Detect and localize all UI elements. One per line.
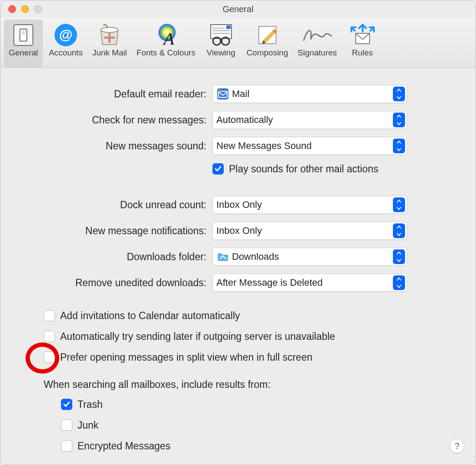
check-messages-select[interactable]: Automatically <box>212 111 407 129</box>
default-reader-select[interactable]: Mail <box>212 85 407 103</box>
tab-composing[interactable]: Composing <box>243 19 292 68</box>
tab-general[interactable]: General <box>4 19 43 68</box>
chevron-updown-icon <box>393 139 405 153</box>
tab-fonts-colours[interactable]: A Fonts & Colours <box>133 19 199 68</box>
dock-count-select[interactable]: Inbox Only <box>212 196 407 214</box>
tab-label: Viewing <box>207 48 235 58</box>
chevron-updown-icon <box>393 87 405 101</box>
chevron-updown-icon <box>393 223 405 238</box>
search-section-header: When searching all mailboxes, include re… <box>9 379 467 391</box>
downloads-folder-label: Downloads folder: <box>9 251 212 263</box>
window-title: General <box>0 4 476 14</box>
rules-icon <box>350 22 376 48</box>
chevron-updown-icon <box>393 197 405 212</box>
svg-text:A: A <box>162 29 174 47</box>
play-sounds-checkbox[interactable] <box>212 163 224 174</box>
check-messages-label: Check for new messages: <box>9 114 212 126</box>
svg-rect-9 <box>226 26 231 29</box>
downloads-folder-select[interactable]: Downloads <box>212 248 407 266</box>
fonts-colours-icon: A <box>154 22 178 48</box>
composing-icon <box>255 22 280 48</box>
remove-downloads-label: Remove unedited downloads: <box>9 277 212 289</box>
preferences-toolbar: General @ Accounts Junk Mail <box>0 18 476 68</box>
help-button[interactable]: ? <box>450 439 464 453</box>
tab-label: Accounts <box>49 48 83 58</box>
sound-select[interactable]: New Messages Sound <box>212 137 407 155</box>
search-encrypted-checkbox[interactable] <box>61 440 72 452</box>
tab-junk-mail[interactable]: Junk Mail <box>89 19 130 68</box>
select-value: Mail <box>232 88 393 100</box>
tab-signatures[interactable]: Signatures <box>294 19 341 68</box>
search-junk-checkbox[interactable] <box>61 420 72 431</box>
tab-label: General <box>9 48 38 58</box>
accounts-icon: @ <box>54 22 78 48</box>
tab-label: Composing <box>247 48 288 58</box>
select-value: Downloads <box>232 251 393 262</box>
tab-label: Signatures <box>298 48 337 58</box>
split-view-checkbox[interactable] <box>44 352 55 363</box>
chevron-updown-icon <box>393 275 405 290</box>
junk-mail-icon <box>97 22 122 48</box>
select-value: Automatically <box>216 114 393 126</box>
send-later-checkbox[interactable] <box>44 331 55 342</box>
chevron-updown-icon <box>393 113 405 127</box>
send-later-label: Automatically try sending later if outgo… <box>60 331 335 342</box>
tab-label: Rules <box>352 48 373 58</box>
chevron-updown-icon <box>393 249 405 264</box>
titlebar: General <box>0 0 476 18</box>
folder-icon <box>216 250 229 263</box>
select-value: After Message is Deleted <box>216 277 393 288</box>
search-trash-label: Trash <box>77 399 103 410</box>
select-value: New Messages Sound <box>216 140 393 152</box>
dock-count-label: Dock unread count: <box>9 199 212 211</box>
invitations-checkbox[interactable] <box>44 310 55 321</box>
search-trash-checkbox[interactable] <box>61 399 72 410</box>
mail-app-icon <box>216 87 229 100</box>
search-junk-label: Junk <box>77 420 99 431</box>
invitations-label: Add invitations to Calendar automaticall… <box>60 310 240 322</box>
general-icon <box>13 22 34 48</box>
svg-point-19 <box>219 90 222 92</box>
tab-label: Fonts & Colours <box>136 48 195 58</box>
signatures-icon <box>302 22 332 48</box>
tab-viewing[interactable]: Viewing <box>202 19 241 68</box>
play-sounds-label: Play sounds for other mail actions <box>229 163 378 175</box>
remove-downloads-select[interactable]: After Message is Deleted <box>212 274 407 292</box>
tab-rules[interactable]: Rules <box>343 19 382 68</box>
viewing-icon <box>208 22 234 48</box>
select-value: Inbox Only <box>216 199 393 210</box>
default-reader-label: Default email reader: <box>9 88 212 100</box>
search-encrypted-label: Encrypted Messages <box>77 440 170 452</box>
general-pane: Default email reader: Mail Check for new… <box>0 68 476 465</box>
svg-point-5 <box>101 27 118 32</box>
tab-accounts[interactable]: @ Accounts <box>45 19 86 68</box>
preferences-window: General General @ Accounts <box>0 0 476 465</box>
sound-label: New messages sound: <box>9 140 212 152</box>
split-view-label: Prefer opening messages in split view wh… <box>60 352 312 363</box>
tab-label: Junk Mail <box>92 48 127 58</box>
select-value: Inbox Only <box>216 225 393 236</box>
notifications-select[interactable]: Inbox Only <box>212 222 407 240</box>
svg-text:@: @ <box>59 27 72 42</box>
svg-rect-2 <box>22 31 25 34</box>
notifications-label: New message notifications: <box>9 225 212 237</box>
